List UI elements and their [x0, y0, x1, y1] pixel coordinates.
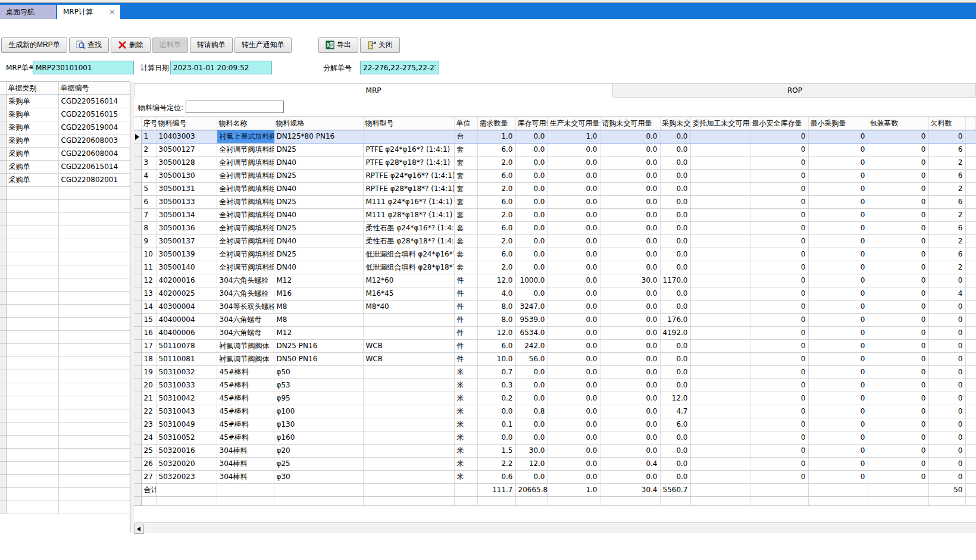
pack-base-cell[interactable]: 0 [868, 208, 928, 221]
material-spec-cell[interactable]: DN40 [274, 182, 363, 195]
pr-open-avail-cell[interactable]: 0.0 [600, 418, 660, 431]
material-model-cell[interactable] [363, 313, 454, 326]
doc-no-cell[interactable]: CGD220516014 [58, 95, 130, 108]
shortage-qty-cell[interactable]: 0 [928, 274, 965, 287]
grid-row[interactable]: 2750320023304棒料φ30米0.60.00.00.00.00000 [134, 470, 976, 483]
material-name-cell[interactable]: 衬氟调节阀阀体 [217, 339, 274, 352]
material-model-cell[interactable]: M8*40 [363, 300, 454, 313]
seq-cell[interactable]: 5 [141, 182, 156, 195]
po-open-avail-cell[interactable]: 0.0 [660, 431, 690, 444]
pr-open-avail-cell[interactable]: 0.0 [600, 287, 660, 300]
pack-base-cell[interactable]: 0 [868, 470, 928, 483]
doc-no-cell[interactable] [58, 448, 130, 461]
doc-no-cell[interactable] [58, 500, 130, 514]
grid-row[interactable]: 530500131全衬调节阀填料组DN40RPTFE φ28*φ18*? (1:… [134, 182, 976, 195]
grid-row-selector[interactable] [134, 221, 141, 234]
doc-no-cell[interactable] [58, 304, 130, 317]
material-code-cell[interactable]: 30500128 [156, 156, 217, 169]
material-code-cell[interactable]: 30500133 [156, 195, 217, 208]
material-name-cell[interactable]: 全衬调节阀填料组 [217, 156, 274, 169]
unit-cell[interactable]: 套 [454, 261, 477, 274]
grid-row-selector[interactable] [134, 405, 141, 418]
stock-avail-cell[interactable]: 0.0 [515, 156, 548, 169]
pr-open-avail-cell[interactable]: 0.0 [600, 405, 660, 418]
material-spec-cell[interactable]: DN25 [274, 169, 363, 182]
grid-row[interactable]: 245031005245#棒料φ160米0.00.00.00.00.00000 [134, 431, 976, 444]
grid-row-selector[interactable] [134, 274, 141, 287]
pack-base-cell[interactable]: 0 [868, 418, 928, 431]
left-row-selector[interactable] [0, 422, 6, 435]
pack-base-cell[interactable]: 0 [868, 378, 928, 392]
material-model-cell[interactable] [363, 483, 454, 496]
source-doc-empty-row[interactable] [0, 448, 130, 461]
material-model-cell[interactable] [363, 431, 454, 444]
source-doc-empty-row[interactable] [0, 252, 130, 265]
demand-qty-cell[interactable]: 6.0 [477, 195, 515, 208]
material-spec-cell[interactable]: DN25 [274, 195, 363, 208]
pack-base-cell[interactable]: 0 [868, 444, 928, 457]
demand-qty-cell[interactable]: 6.0 [477, 248, 515, 261]
stock-avail-cell[interactable]: 9539.0 [515, 313, 548, 326]
unit-cell[interactable]: 米 [454, 470, 477, 483]
po-open-avail-cell[interactable]: 0.0 [660, 339, 690, 352]
left-row-selector[interactable] [0, 226, 6, 239]
left-row-selector[interactable] [0, 173, 6, 186]
demand-qty-cell[interactable]: 6.0 [477, 339, 515, 352]
material-code-cell[interactable]: 40200025 [156, 287, 217, 300]
source-doc-empty-row[interactable] [0, 291, 130, 304]
shortage-qty-cell[interactable]: 50 [928, 483, 965, 496]
material-spec-cell[interactable]: M8 [274, 300, 363, 313]
pr-open-avail-cell[interactable]: 0.0 [600, 156, 660, 169]
seq-cell[interactable]: 15 [141, 313, 156, 326]
source-doc-row[interactable]: 采购单CGD220519004 [0, 121, 130, 134]
doc-no-cell[interactable] [58, 409, 130, 422]
po-open-avail-cell[interactable]: 0.0 [660, 444, 690, 457]
shortage-qty-cell[interactable]: 6 [928, 169, 965, 182]
left-row-selector[interactable] [0, 396, 6, 409]
subcontract-open-avail-cell[interactable] [690, 156, 750, 169]
grid-row[interactable]: 110403003衬氟上展式放料阀DN125*80 PN16台1.00.01.0… [134, 130, 976, 143]
min-safety-stock-cell[interactable]: 0 [750, 365, 808, 378]
pr-open-avail-cell[interactable]: 0.0 [600, 169, 660, 182]
shortage-qty-cell[interactable]: 2 [928, 261, 965, 274]
stock-avail-cell[interactable]: 0.0 [515, 470, 548, 483]
shortage-qty-cell[interactable]: 0 [928, 326, 965, 339]
left-row-selector[interactable] [0, 304, 6, 317]
material-name-cell[interactable]: 304棒料 [217, 444, 274, 457]
grid-row[interactable]: 1340200025304六角头螺栓M16M16*45件4.00.00.00.0… [134, 287, 976, 300]
material-name-cell[interactable]: 45#棒料 [217, 378, 274, 392]
stock-avail-cell[interactable]: 0.0 [515, 261, 548, 274]
left-row-selector[interactable] [0, 435, 6, 448]
prod-open-avail-cell[interactable]: 0.0 [548, 234, 600, 248]
stock-avail-cell[interactable]: 12.0 [515, 457, 548, 470]
pack-base-cell[interactable]: 0 [868, 313, 928, 326]
material-code-cell[interactable]: 30500137 [156, 234, 217, 248]
left-row-selector[interactable] [0, 343, 6, 356]
demand-qty-cell[interactable]: 111.7 [477, 483, 515, 496]
seq-cell[interactable] [141, 496, 156, 505]
seq-cell[interactable]: 22 [141, 405, 156, 418]
min-safety-stock-cell[interactable]: 0 [750, 208, 808, 221]
subcontract-open-avail-cell[interactable] [690, 182, 750, 195]
min-safety-stock-cell[interactable]: 0 [750, 378, 808, 392]
material-name-cell[interactable] [217, 496, 274, 505]
min-safety-stock-cell[interactable]: 0 [750, 261, 808, 274]
grid-row[interactable]: 2650320020304棒料φ25米2.212.00.00.40.00000 [134, 457, 976, 470]
pack-base-cell[interactable]: 0 [868, 143, 928, 156]
doc-type-cell[interactable]: 采购单 [6, 134, 58, 147]
subcontract-open-avail-cell[interactable] [690, 483, 750, 496]
demand-qty-cell[interactable]: 10.0 [477, 352, 515, 365]
material-code-cell[interactable] [156, 483, 217, 496]
unit-cell[interactable]: 米 [454, 365, 477, 378]
shortage-qty-cell[interactable]: 0 [928, 300, 965, 313]
seq-cell[interactable]: 23 [141, 418, 156, 431]
generate-mrp-button[interactable]: 生成新的MRP单 [1, 37, 67, 53]
stock-avail-cell[interactable]: 0.0 [515, 378, 548, 392]
doc-no-cell[interactable]: CGD220608004 [58, 147, 130, 160]
tab-mrp[interactable]: MRP [134, 83, 613, 98]
unit-cell[interactable]: 套 [454, 156, 477, 169]
subcontract-open-avail-cell[interactable] [690, 313, 750, 326]
material-spec-cell[interactable]: DN25 [274, 248, 363, 261]
min-purchase-qty-cell[interactable]: 0 [808, 457, 868, 470]
min-safety-stock-cell[interactable]: 0 [750, 326, 808, 339]
